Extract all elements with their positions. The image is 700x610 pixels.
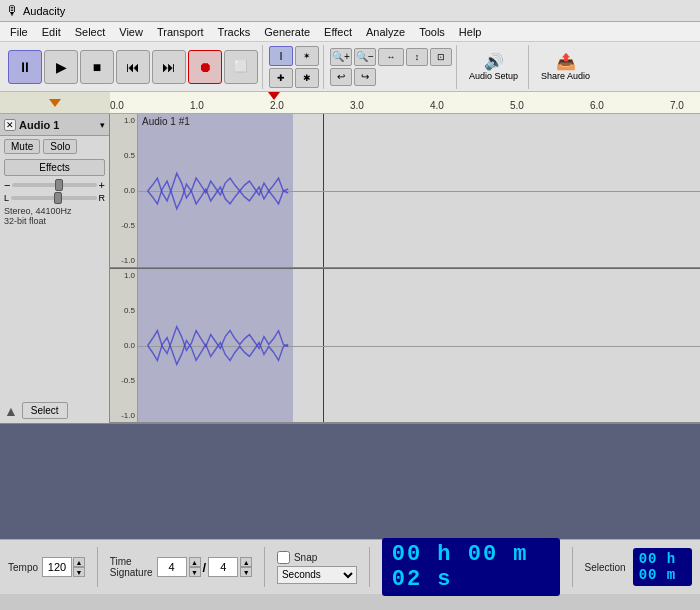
divider-2: [264, 547, 265, 587]
tools-section: I ✶ ✚ ✱: [265, 45, 324, 89]
waveform-scale-1: 1.0 0.5 0.0 -0.5 -1.0: [110, 114, 138, 267]
snap-section: Snap Seconds: [277, 551, 357, 584]
time-sig-num-spinners: ▲ ▼: [189, 557, 201, 577]
share-section: 📤 Share Audio: [531, 45, 600, 89]
draw-tool[interactable]: ✚: [269, 68, 293, 88]
zoom-sel-button[interactable]: ⊡: [430, 48, 452, 66]
stop-button[interactable]: ■: [80, 50, 114, 84]
select-button[interactable]: Select: [22, 402, 68, 419]
menu-edit[interactable]: Edit: [36, 25, 67, 39]
select-tool[interactable]: I: [269, 46, 293, 66]
track-dropdown-button[interactable]: ▾: [100, 120, 105, 130]
app-title: Audacity: [23, 5, 65, 17]
mute-button[interactable]: Mute: [4, 139, 40, 154]
tempo-spinners: ▲ ▼: [73, 557, 85, 577]
pan-slider[interactable]: [11, 196, 96, 200]
zoom-in-button[interactable]: 🔍+: [330, 48, 352, 66]
ruler-mark-3: 3.0: [350, 92, 364, 113]
gain-control: − +: [0, 178, 109, 192]
selection-display: 00 h 00 m: [633, 548, 692, 586]
time-sig-separator: /: [203, 560, 207, 575]
ruler-mark-0: 0.0: [110, 92, 124, 113]
ruler-left: [0, 92, 110, 113]
tempo-label: Tempo: [8, 562, 38, 573]
waveform-area: 1.0 0.5 0.0 -0.5 -1.0 Audio 1 #1: [110, 114, 700, 423]
menu-bar: File Edit Select View Transport Tracks G…: [0, 22, 700, 42]
effects-button[interactable]: Effects: [4, 159, 105, 176]
expand-icon: ▲: [4, 403, 18, 419]
waveform-scale-2: 1.0 0.5 0.0 -0.5 -1.0: [110, 269, 138, 422]
ruler-mark-1: 1.0: [190, 92, 204, 113]
tool-buttons: I ✶ ✚ ✱: [269, 46, 319, 88]
menu-tracks[interactable]: Tracks: [212, 25, 257, 39]
zoom-fit-button[interactable]: ↔: [378, 48, 404, 66]
divider-3: [369, 547, 370, 587]
redo-button[interactable]: ↪: [354, 68, 376, 86]
menu-generate[interactable]: Generate: [258, 25, 316, 39]
ruler-mark-6: 6.0: [590, 92, 604, 113]
selection-label: Selection: [585, 562, 626, 573]
menu-effect[interactable]: Effect: [318, 25, 358, 39]
transport-section: ⏸ ▶ ■ ⏮ ⏭ ⏺ ⬜: [4, 45, 263, 89]
menu-tools[interactable]: Tools: [413, 25, 451, 39]
tempo-down[interactable]: ▼: [73, 567, 85, 577]
loop-button[interactable]: ⬜: [224, 50, 258, 84]
app-icon: 🎙: [6, 3, 19, 18]
time-sig-num-input[interactable]: [157, 557, 187, 577]
menu-analyze[interactable]: Analyze: [360, 25, 411, 39]
menu-file[interactable]: File: [4, 25, 34, 39]
menu-help[interactable]: Help: [453, 25, 488, 39]
pan-control: L R: [0, 192, 109, 204]
track-close-button[interactable]: ✕: [4, 119, 16, 131]
playhead-marker: [268, 92, 280, 100]
solo-button[interactable]: Solo: [43, 139, 77, 154]
divider-4: [572, 547, 573, 587]
waveform-channel-2[interactable]: 1.0 0.5 0.0 -0.5 -1.0: [110, 269, 700, 423]
zoom-out-button[interactable]: 🔍−: [354, 48, 376, 66]
selection-section: Selection 00 h 00 m: [585, 548, 693, 586]
tempo-up[interactable]: ▲: [73, 557, 85, 567]
time-sig-den-spinners: ▲ ▼: [240, 557, 252, 577]
main-area: ✕ Audio 1 ▾ Mute Solo Effects − + L R: [0, 114, 700, 424]
track-header: ✕ Audio 1 ▾: [0, 114, 109, 136]
time-sig-num-up[interactable]: ▲: [189, 557, 201, 567]
multi-tool[interactable]: ✱: [295, 68, 319, 88]
time-sig-section: Time Signature ▲ ▼ / ▲ ▼: [110, 556, 252, 578]
tempo-input[interactable]: [42, 557, 72, 577]
track-mute-solo: Mute Solo: [0, 136, 109, 157]
time-display: 00 h 00 m 02 s: [382, 538, 560, 596]
menu-view[interactable]: View: [113, 25, 149, 39]
zoom-section: 🔍+ 🔍− ↔ ↕ ⊡ ↩ ↪: [326, 45, 457, 89]
gain-minus: −: [4, 179, 10, 191]
share-audio-button[interactable]: 📤 Share Audio: [535, 50, 596, 83]
zoom-fit-v-button[interactable]: ↕: [406, 48, 428, 66]
gain-slider[interactable]: [12, 183, 96, 187]
track-name: Audio 1: [19, 119, 97, 131]
ruler-right: 0.0 1.0 2.0 3.0 4.0 5.0 6.0 7.0: [110, 92, 700, 113]
empty-track-area: [0, 424, 700, 539]
track-bottom: ▲ Select: [0, 228, 109, 423]
tempo-section: Tempo ▲ ▼: [8, 557, 85, 577]
menu-transport[interactable]: Transport: [151, 25, 210, 39]
waveform-channel-1[interactable]: 1.0 0.5 0.0 -0.5 -1.0 Audio 1 #1: [110, 114, 700, 268]
envelope-tool[interactable]: ✶: [295, 46, 319, 66]
ruler-mark-7: 7.0: [670, 92, 684, 113]
track-format-info: Stereo, 44100Hz 32-bit float: [0, 204, 109, 228]
audio-setup-button[interactable]: 🔊 Audio Setup: [463, 50, 524, 83]
ruler: 0.0 1.0 2.0 3.0 4.0 5.0 6.0 7.0: [0, 92, 700, 114]
menu-select[interactable]: Select: [69, 25, 112, 39]
pause-button[interactable]: ⏸: [8, 50, 42, 84]
forward-button[interactable]: ⏭: [152, 50, 186, 84]
time-sig-den-down[interactable]: ▼: [240, 567, 252, 577]
ruler-mark-5: 5.0: [510, 92, 524, 113]
play-button[interactable]: ▶: [44, 50, 78, 84]
rewind-button[interactable]: ⏮: [116, 50, 150, 84]
time-sig-num-down[interactable]: ▼: [189, 567, 201, 577]
undo-button[interactable]: ↩: [330, 68, 352, 86]
pan-r-label: R: [99, 193, 106, 203]
snap-units-select[interactable]: Seconds: [277, 566, 357, 584]
snap-checkbox[interactable]: [277, 551, 290, 564]
time-sig-den-input[interactable]: [208, 557, 238, 577]
time-sig-den-up[interactable]: ▲: [240, 557, 252, 567]
record-button[interactable]: ⏺: [188, 50, 222, 84]
